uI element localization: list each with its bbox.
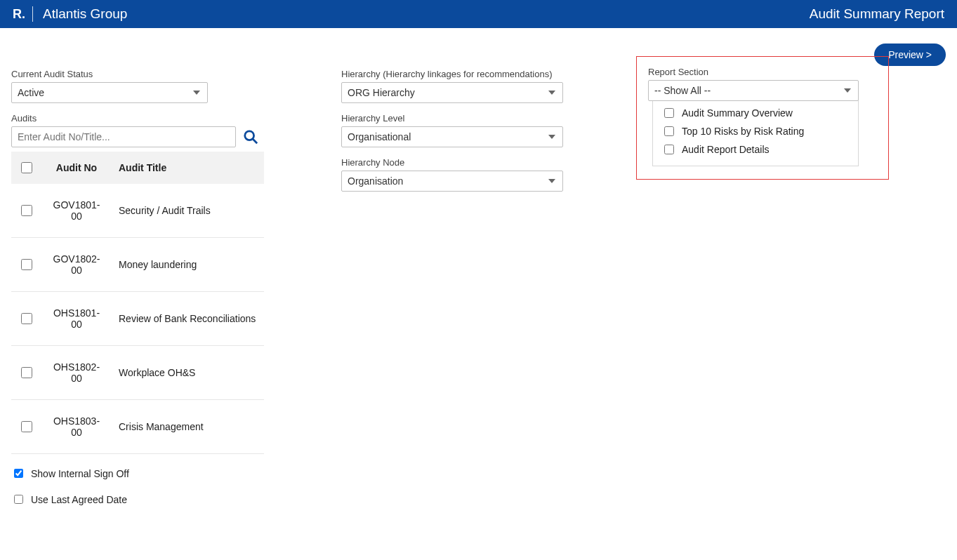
hierarchy-level-value: Organisational xyxy=(348,131,411,142)
brand-separator xyxy=(32,6,33,22)
col-audit-title: Audit Title xyxy=(112,152,264,184)
table-row: OHS1802-00Workplace OH&S xyxy=(11,346,264,400)
report-option-checkbox[interactable] xyxy=(664,108,674,118)
report-section-panel: Report Section -- Show All -- Audit Summ… xyxy=(636,56,889,180)
audit-search-input[interactable] xyxy=(11,126,236,147)
hierarchy-level-label: Hierarchy Level xyxy=(341,113,566,124)
search-icon[interactable] xyxy=(243,129,258,145)
audit-no: GOV1801-00 xyxy=(48,199,105,222)
hierarchy-select[interactable]: ORG Hierarchy xyxy=(341,82,563,103)
col-audit-no: Audit No xyxy=(41,152,112,184)
status-label: Current Audit Status xyxy=(11,69,271,79)
audit-title: Workplace OH&S xyxy=(112,346,264,400)
row-checkbox[interactable] xyxy=(21,259,32,270)
table-row: GOV1802-00Money laundering xyxy=(11,238,264,292)
show-signoff-checkbox[interactable] xyxy=(14,469,23,478)
audit-no: OHS1803-00 xyxy=(48,415,105,438)
chevron-down-icon xyxy=(548,179,555,183)
middle-column: Hierarchy (Hierarchy linkages for recomm… xyxy=(341,69,566,201)
brand-label: Atlantis Group xyxy=(43,6,127,22)
report-option-label: Top 10 Risks by Risk Rating xyxy=(682,126,804,137)
brand-mark: R. xyxy=(13,7,29,22)
chevron-down-icon xyxy=(548,91,555,95)
table-row: OHS1801-00Review of Bank Reconciliations xyxy=(11,292,264,346)
audit-title: Money laundering xyxy=(112,238,264,292)
show-signoff-label: Show Internal Sign Off xyxy=(31,468,129,479)
audit-title: Review of Bank Reconciliations xyxy=(112,292,264,346)
audit-no: OHS1802-00 xyxy=(48,361,105,384)
chevron-down-icon xyxy=(193,91,200,95)
right-column: Report Section -- Show All -- Audit Summ… xyxy=(636,69,889,180)
table-row: OHS1803-00Crisis Management xyxy=(11,400,264,454)
status-value: Active xyxy=(18,87,44,98)
row-checkbox[interactable] xyxy=(21,313,32,324)
report-option[interactable]: Audit Summary Overview xyxy=(661,104,850,122)
report-option-checkbox[interactable] xyxy=(664,145,674,154)
row-checkbox[interactable] xyxy=(21,205,32,216)
audits-label: Audits xyxy=(11,113,271,124)
table-row: GOV1801-00Security / Audit Trails xyxy=(11,184,264,238)
hierarchy-node-label: Hierarchy Node xyxy=(341,157,566,168)
audits-table: Audit No Audit Title GOV1801-00Security … xyxy=(11,152,264,454)
report-option-checkbox[interactable] xyxy=(664,126,674,136)
audit-no: GOV1802-00 xyxy=(48,253,105,276)
report-section-select[interactable]: -- Show All -- xyxy=(648,80,859,101)
hierarchy-node-value: Organisation xyxy=(348,175,403,187)
use-last-agreed-label: Use Last Agreed Date xyxy=(31,494,127,505)
left-column: Current Audit Status Active Audits xyxy=(11,69,271,506)
select-all-checkbox[interactable] xyxy=(21,162,32,173)
svg-line-1 xyxy=(253,139,257,143)
use-last-agreed-checkbox[interactable] xyxy=(14,495,23,504)
svg-point-0 xyxy=(245,131,254,140)
hierarchy-node-select[interactable]: Organisation xyxy=(341,171,563,192)
audit-title: Crisis Management xyxy=(112,400,264,454)
report-option-label: Audit Summary Overview xyxy=(682,107,793,119)
row-checkbox[interactable] xyxy=(21,421,32,432)
row-checkbox[interactable] xyxy=(21,367,32,378)
report-section-label: Report Section xyxy=(648,67,877,77)
hierarchy-label: Hierarchy (Hierarchy linkages for recomm… xyxy=(341,69,566,79)
top-bar: R. Atlantis Group Audit Summary Report xyxy=(0,0,957,28)
hierarchy-level-select[interactable]: Organisational xyxy=(341,126,563,147)
report-option[interactable]: Audit Report Details xyxy=(661,140,850,159)
report-option[interactable]: Top 10 Risks by Risk Rating xyxy=(661,122,850,140)
page-title: Audit Summary Report xyxy=(810,6,944,22)
hierarchy-value: ORG Hierarchy xyxy=(348,87,415,98)
status-select[interactable]: Active xyxy=(11,82,208,103)
report-section-value: -- Show All -- xyxy=(654,85,711,96)
audit-no: OHS1801-00 xyxy=(48,307,105,330)
audit-title: Security / Audit Trails xyxy=(112,184,264,238)
chevron-down-icon xyxy=(548,135,555,139)
report-section-options: Audit Summary OverviewTop 10 Risks by Ri… xyxy=(652,100,859,166)
report-option-label: Audit Report Details xyxy=(682,144,770,155)
chevron-down-icon xyxy=(844,88,851,93)
